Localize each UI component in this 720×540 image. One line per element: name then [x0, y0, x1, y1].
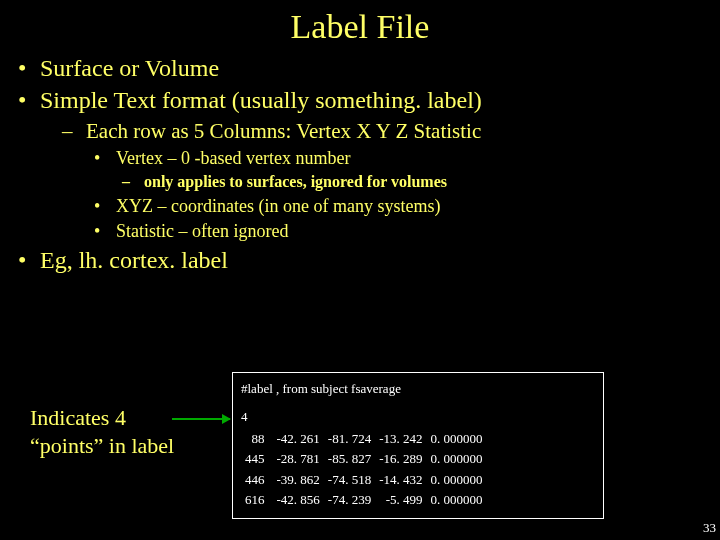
bullet-example: Eg, lh. cortex. label [18, 244, 720, 276]
table-row: 445 -28. 781 -85. 827 -16. 289 0. 000000 [241, 449, 487, 469]
slide-content: Surface or Volume Simple Text format (us… [0, 52, 720, 277]
callout-line1: Indicates 4 [30, 405, 126, 430]
bullet-columns: Each row as 5 Columns: Vertex X Y Z Stat… [58, 117, 720, 146]
bullet-surface-or-volume: Surface or Volume [18, 52, 720, 84]
table-row: 446 -39. 862 -74. 518 -14. 432 0. 000000 [241, 470, 487, 490]
bullet-vertex: Vertex – 0 -based vertex number [94, 146, 720, 171]
bullet-vertex-note: only applies to surfaces, ignored for vo… [122, 171, 720, 193]
file-table: 88 -42. 261 -81. 724 -13. 242 0. 000000 … [241, 429, 487, 510]
bullet-statistic: Statistic – often ignored [94, 219, 720, 244]
label-file-box: #label , from subject fsaverage 4 88 -42… [232, 372, 604, 519]
arrow-icon [172, 418, 230, 420]
callout-line2: “points” in label [30, 433, 174, 458]
callout-text: Indicates 4 “points” in label [30, 404, 174, 459]
file-header: #label , from subject fsaverage [241, 379, 595, 399]
bullet-simple-text-format: Simple Text format (usually something. l… [18, 84, 720, 116]
table-row: 88 -42. 261 -81. 724 -13. 242 0. 000000 [241, 429, 487, 449]
file-count: 4 [241, 407, 595, 427]
slide-title: Label File [0, 0, 720, 52]
page-number: 33 [703, 520, 716, 536]
table-row: 616 -42. 856 -74. 239 -5. 499 0. 000000 [241, 490, 487, 510]
bullet-xyz: XYZ – coordinates (in one of many system… [94, 194, 720, 219]
